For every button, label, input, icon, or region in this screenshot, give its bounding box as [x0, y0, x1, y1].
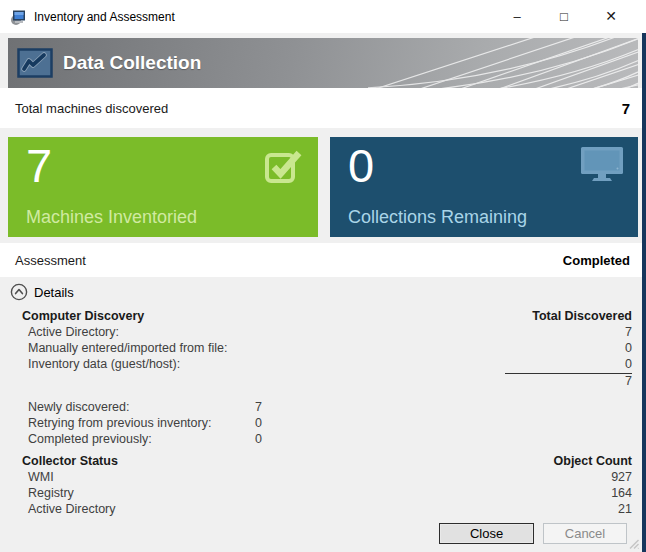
inventory-assessment-dialog: Inventory and Assessment – □ ✕ Data Coll…: [0, 0, 646, 552]
details-panel: Computer Discovery Total Discovered Acti…: [0, 308, 642, 517]
row-label: WMI: [28, 469, 54, 485]
row-value: 927: [611, 469, 632, 485]
line-chart-icon: [17, 48, 53, 78]
close-button[interactable]: Close: [439, 523, 534, 544]
collector-row-active-directory: Active Directory 21: [0, 501, 642, 517]
header-banner: Data Collection: [8, 38, 638, 88]
collector-status-heading: Collector Status: [22, 453, 118, 469]
collections-remaining-count: 0: [348, 139, 374, 193]
total-machines-row: Total machines discovered 7: [0, 88, 642, 128]
row-label: Manually entered/imported from file:: [28, 340, 227, 356]
window-title: Inventory and Assessment: [34, 10, 175, 24]
maximize-button[interactable]: □: [541, 0, 587, 32]
collections-remaining-tile: 0 Collections Remaining: [330, 137, 638, 237]
window-edge-strip: [642, 33, 646, 552]
close-window-button[interactable]: ✕: [588, 0, 634, 32]
spacer: [0, 389, 642, 399]
row-value: 0: [255, 415, 262, 431]
row-value: 0: [625, 340, 632, 356]
minimize-button[interactable]: –: [494, 0, 540, 32]
collector-row-wmi: WMI 927: [0, 469, 642, 485]
chevron-up-circle-icon: [10, 283, 28, 301]
page-title: Data Collection: [63, 52, 201, 74]
discovery-row-inventory-data: Inventory data (guest/host): 0: [0, 356, 642, 372]
assessment-label: Assessment: [15, 253, 86, 268]
discovery-row-manual-import: Manually entered/imported from file: 0: [0, 340, 642, 356]
details-toggle-label: Details: [34, 285, 74, 300]
details-expander[interactable]: Details: [0, 277, 300, 307]
app-icon: [9, 8, 27, 26]
row-label: Active Directory: [28, 501, 116, 517]
row-label: Registry: [28, 485, 74, 501]
total-discovered-heading: Total Discovered: [532, 308, 632, 324]
row-label: Retrying from previous inventory:: [28, 415, 211, 431]
computer-discovery-heading: Computer Discovery: [22, 308, 144, 324]
machines-inventoried-tile: 7 Machines Inventoried: [8, 137, 318, 237]
total-machines-label: Total machines discovered: [15, 101, 168, 116]
assessment-status: Completed: [563, 253, 630, 268]
progress-row-newly-discovered: Newly discovered: 7: [0, 399, 642, 415]
resize-grip[interactable]: [626, 536, 640, 550]
collections-remaining-label: Collections Remaining: [348, 207, 527, 228]
machines-inventoried-label: Machines Inventoried: [26, 207, 197, 228]
discovery-row-active-directory: Active Directory: 7: [0, 324, 642, 340]
monitor-icon: [580, 146, 624, 182]
title-bar: Inventory and Assessment – □ ✕: [0, 0, 646, 33]
cancel-button[interactable]: Cancel: [543, 523, 627, 544]
checkbox-check-icon: [264, 146, 304, 184]
computer-discovery-header: Computer Discovery Total Discovered: [0, 308, 642, 324]
row-value: 21: [618, 501, 632, 517]
object-count-heading: Object Count: [554, 453, 632, 469]
row-label: Newly discovered:: [28, 399, 129, 415]
collector-status-header: Collector Status Object Count: [0, 453, 642, 469]
assessment-row: Assessment Completed: [0, 243, 642, 277]
row-label: Inventory data (guest/host):: [28, 356, 180, 372]
row-value: 0: [255, 431, 262, 447]
row-value: 0: [625, 356, 632, 372]
discovery-total: 7: [0, 374, 642, 389]
progress-row-retrying: Retrying from previous inventory: 0: [0, 415, 642, 431]
row-value: 164: [611, 485, 632, 501]
wireframe-mesh-decoration: [368, 38, 638, 88]
machines-inventoried-count: 7: [26, 139, 52, 193]
row-value: 7: [625, 324, 632, 340]
row-label: Active Directory:: [28, 324, 119, 340]
row-value: 7: [255, 399, 262, 415]
total-machines-value: 7: [622, 100, 630, 117]
row-label: Completed previously:: [28, 431, 152, 447]
progress-row-completed-previously: Completed previously: 0: [0, 431, 642, 447]
collector-row-registry: Registry 164: [0, 485, 642, 501]
status-tiles: 7 Machines Inventoried 0 Collections Rem…: [8, 137, 638, 237]
